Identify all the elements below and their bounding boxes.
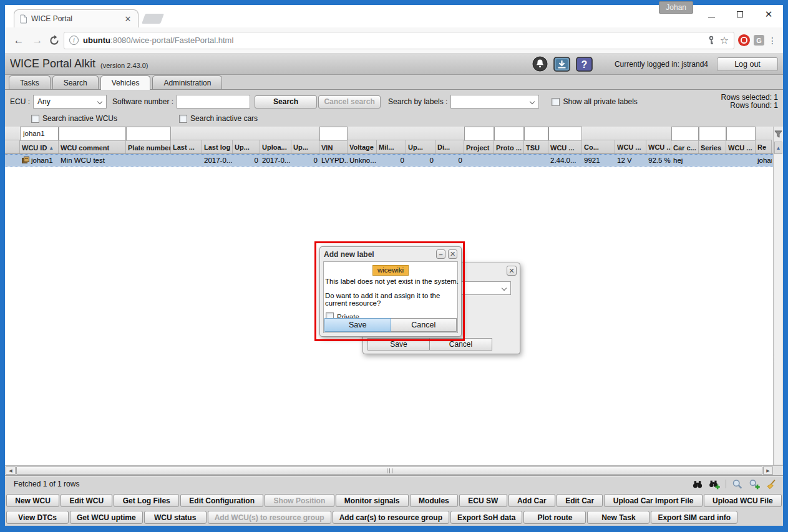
filter-input[interactable] — [319, 127, 348, 140]
browser-profile-badge[interactable]: Johan — [659, 1, 693, 14]
tab-administration[interactable]: Administration — [152, 75, 222, 89]
cell[interactable]: 0 — [377, 155, 406, 166]
filter-input[interactable] — [726, 127, 756, 140]
action-edit-car[interactable]: Edit Car — [557, 494, 603, 507]
scroll-thumb[interactable] — [16, 467, 762, 475]
cell[interactable] — [464, 155, 494, 166]
back-button[interactable]: ← — [11, 34, 26, 47]
maximize-button[interactable] — [726, 5, 754, 24]
cell[interactable] — [524, 155, 548, 166]
filter-input[interactable]: johan1 — [20, 127, 59, 140]
column-header[interactable]: WCU ... — [615, 140, 646, 153]
bookmark-star-icon[interactable]: ☆ — [720, 34, 729, 46]
save-button[interactable]: Save — [367, 338, 430, 351]
cell[interactable] — [726, 155, 756, 166]
cell[interactable]: johan1 — [20, 155, 59, 166]
column-header[interactable]: WCU ... — [548, 140, 582, 153]
zoom-add-icon[interactable] — [749, 479, 760, 490]
column-header[interactable]: WCU ... — [646, 140, 671, 153]
cell[interactable]: hej — [671, 155, 699, 166]
search-inactive-cars-checkbox[interactable] — [179, 115, 187, 123]
page-info-icon[interactable]: i — [69, 36, 79, 45]
notification-bell-icon[interactable] — [532, 56, 548, 72]
close-button[interactable]: ✕ — [754, 5, 783, 24]
column-header[interactable]: Mil... — [377, 140, 406, 153]
scroll-left-button[interactable]: ◀ — [6, 467, 16, 475]
browser-tab[interactable]: WICE Portal ✕ — [14, 9, 139, 27]
action-edit-wcu[interactable]: Edit WCU — [61, 494, 112, 507]
column-header[interactable]: Proto ... — [494, 140, 524, 153]
search-inactive-wcus-checkbox[interactable] — [31, 115, 39, 123]
cell[interactable]: 9921 — [582, 155, 615, 166]
action-export-sim-card-info[interactable]: Export SIM card info — [651, 511, 737, 524]
action-view-dtcs[interactable]: View DTCs — [6, 511, 69, 524]
filter-funnel-button[interactable] — [774, 127, 783, 142]
action-wcu-status[interactable]: WCU status — [144, 511, 207, 524]
extension-g-icon[interactable]: G — [754, 35, 764, 46]
cell[interactable] — [126, 155, 171, 166]
action-plot-route[interactable]: Plot route — [523, 511, 586, 524]
cell[interactable] — [494, 155, 524, 166]
column-header[interactable]: Car c... — [671, 140, 699, 153]
action-new-task[interactable]: New Task — [587, 511, 649, 524]
column-header[interactable]: Project — [464, 140, 494, 153]
content-blocker-icon[interactable] — [738, 34, 750, 46]
column-header[interactable]: Up... — [291, 140, 319, 153]
find-add-icon[interactable] — [709, 479, 720, 490]
action-get-wcu-uptime[interactable]: Get WCU uptime — [70, 511, 143, 524]
password-key-icon[interactable] — [707, 36, 716, 45]
tab-close-icon[interactable]: ✕ — [123, 14, 133, 24]
save-button[interactable]: Save — [324, 318, 391, 332]
scroll-track[interactable] — [774, 155, 782, 465]
filter-input[interactable] — [494, 127, 524, 140]
filter-input[interactable] — [548, 127, 582, 140]
cell[interactable]: Min WCU test — [59, 155, 126, 166]
url-bar[interactable]: i ubuntu:8080/wice-portal/FastePortal.ht… — [64, 32, 734, 49]
cell[interactable] — [699, 155, 726, 166]
cell[interactable]: 0 — [233, 155, 260, 166]
horizontal-scrollbar[interactable]: ◀ ▶ — [5, 465, 783, 475]
cell[interactable]: 0 — [406, 155, 435, 166]
cell[interactable] — [171, 155, 202, 166]
column-header[interactable]: WCU comment — [59, 140, 126, 153]
cell[interactable]: johan_ — [756, 155, 772, 166]
cell[interactable]: 92.5 %... — [646, 155, 671, 166]
close-icon[interactable]: ✕ — [507, 266, 517, 276]
action-get-log-files[interactable]: Get Log Files — [114, 494, 179, 507]
action-upload-car-import-file[interactable]: Upload Car Import File — [604, 494, 702, 507]
cell[interactable]: 12 V — [615, 155, 646, 166]
cell[interactable]: 2017-0... — [260, 155, 291, 166]
column-header[interactable]: Co... — [582, 140, 615, 153]
filter-input[interactable] — [524, 127, 548, 140]
cell[interactable]: 2.44.0... — [548, 155, 582, 166]
column-header[interactable]: Re — [756, 140, 772, 153]
cell[interactable]: LVYPD... — [319, 155, 348, 166]
close-icon[interactable]: ✕ — [448, 249, 457, 259]
column-header[interactable]: Uploa... — [260, 140, 291, 153]
column-header[interactable]: Up... — [233, 140, 260, 153]
ecu-select[interactable]: Any — [33, 95, 107, 109]
search-button[interactable]: Search — [255, 95, 317, 109]
new-tab-button[interactable] — [142, 14, 164, 24]
column-header[interactable]: Di... — [435, 140, 464, 153]
help-icon[interactable]: ? — [576, 57, 593, 72]
scroll-right-button[interactable]: ▶ — [763, 467, 773, 475]
column-header[interactable]: WCU ... — [726, 140, 756, 153]
vertical-scrollbar[interactable]: ▲ — [773, 127, 783, 465]
filter-input[interactable] — [699, 127, 726, 140]
cell[interactable]: 0 — [291, 155, 319, 166]
action-edit-configuration[interactable]: Edit Configuration — [180, 494, 263, 507]
column-header[interactable]: Plate number — [126, 140, 171, 153]
cancel-search-button[interactable]: Cancel search — [318, 95, 381, 109]
logout-button[interactable]: Log out — [717, 57, 778, 71]
cell[interactable] — [5, 155, 20, 166]
filter-input[interactable] — [59, 127, 126, 140]
column-header[interactable]: Up... — [406, 140, 435, 153]
cell[interactable]: 2017-0... — [202, 155, 233, 166]
find-icon[interactable] — [692, 479, 703, 490]
browser-menu-icon[interactable]: ⋮ — [768, 36, 777, 46]
action-add-car-s-to-resource-group[interactable]: Add car(s) to resource group — [333, 511, 449, 524]
action-monitor-signals[interactable]: Monitor signals — [336, 494, 409, 507]
url-text[interactable]: ubuntu:8080/wice-portal/FastePortal.html — [83, 36, 703, 45]
cell[interactable]: Unkno... — [348, 155, 377, 166]
